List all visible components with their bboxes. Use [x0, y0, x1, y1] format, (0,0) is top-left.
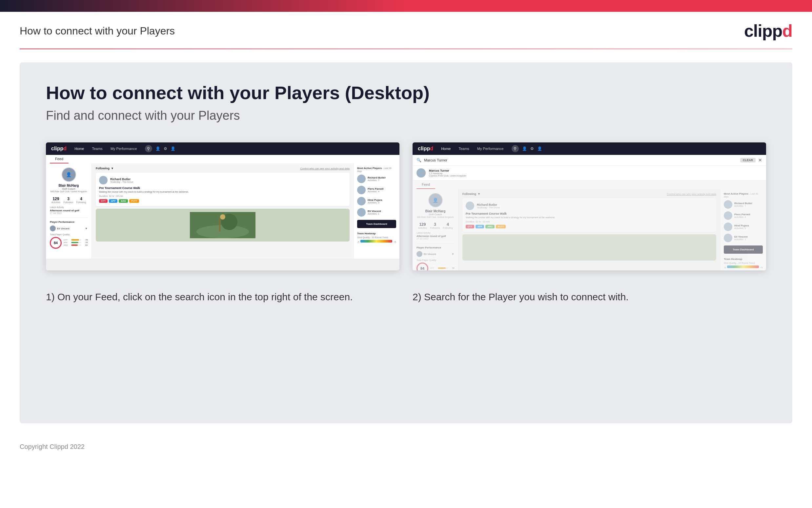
header-divider [20, 49, 792, 49]
player-select-1[interactable]: Eli Vincent ▼ [50, 225, 88, 231]
profile-club-1: Mill Ride Golf Club, United Kingdom [50, 190, 88, 193]
control-link-1[interactable]: Control who can see your activity and da… [300, 167, 349, 170]
search-input-value[interactable]: Marcus Turner [424, 158, 737, 162]
left-panel-1: 👤 Blair McHarg Golf Coach Mill Ride Golf… [46, 163, 92, 259]
profile-name-1: Blair McHarg [50, 184, 88, 187]
nav-right-1: ⚲ 👤 ⚙ 👤 [145, 145, 176, 152]
instruction-text-1: 1) On your Feed, click on the search ico… [46, 290, 399, 304]
heatmap-bar-2 [727, 265, 759, 268]
activity-user-name-2: Richard Butler [477, 203, 500, 206]
player-avatar-piers-2 [724, 211, 732, 220]
activity-desc-2: Walking the course with my coach to buil… [466, 216, 713, 219]
app-nav-2: clippd Home Teams My Performance ⚲ 👤 ⚙ 👤 [413, 142, 766, 155]
team-heatmap-subtitle-1: Shot Quality - 20 Round Trend [357, 236, 396, 239]
stat-bar-ott-1: OTT 79 [64, 239, 88, 241]
tag-putt-1: PUTT [129, 199, 139, 203]
profile-icon-1[interactable]: 👤 [171, 146, 176, 151]
following-btn-label-1: Following [96, 167, 109, 170]
player-avatar-eli-1 [357, 208, 366, 217]
tpq-circle-2: 84 [417, 262, 428, 270]
active-player-item-1-3: Hiral Pujara Activities: 3 [357, 197, 396, 205]
activity-duration-2: Duration 02 hr : 00 min [466, 220, 713, 223]
close-icon[interactable]: ✕ [758, 158, 762, 163]
heatmap-bar-1 [361, 240, 392, 243]
most-active-title-2: Most Active Players - Last 30 days [724, 192, 763, 198]
activity-card-header-1: Richard Butler Yesterday - The Grove [99, 176, 346, 184]
bell-icon-1[interactable]: ⚙ [164, 146, 167, 151]
team-dashboard-btn-1[interactable]: Team Dashboard [357, 220, 396, 228]
activity-card-2: Richard Butler Yesterday - The Grove Pre… [463, 198, 716, 232]
profile-icon-2[interactable]: 👤 [537, 146, 542, 151]
player-perf-section-2: Player Performance Eli Vincent ▼ Total P… [417, 243, 454, 270]
nav-right-2: ⚲ 👤 ⚙ 👤 [512, 145, 542, 152]
player-avatar-richard-2 [724, 200, 732, 209]
active-player-item-2-4: Eli Vincent Activities: 1 [724, 234, 763, 242]
nav-teams-1[interactable]: Teams [92, 147, 102, 151]
search-icon-2[interactable]: ⚲ [512, 145, 519, 152]
team-dashboard-btn-2[interactable]: Team Dashboard [724, 246, 763, 254]
main-content: How to connect with your Players (Deskto… [20, 62, 792, 423]
search-icon-1[interactable]: ⚲ [145, 145, 152, 152]
active-player-item-1-2: Piers Parnell Activities: 4 [357, 186, 396, 194]
search-result-row[interactable]: Marcus Turner 1.5 Handicap Cypress Point… [413, 166, 766, 180]
player-perf-title-2: Player Performance [417, 246, 454, 249]
team-heatmap-title-1: Team Heatmap [357, 232, 396, 235]
player-select-avatar-2 [417, 251, 422, 257]
activity-desc-1: Walking the course with my coach to buil… [99, 190, 346, 193]
latest-activity-name-1: Afternoon round of golf [50, 209, 88, 212]
tag-putt-2: PUTT [496, 225, 506, 228]
left-panel-2: 👤 Blair McHarg Golf Coach Mill Ride Golf… [413, 189, 459, 270]
player-acts-piers-1: Activities: 4 [368, 190, 383, 193]
following-btn-1[interactable]: Following ▼ [96, 167, 114, 170]
people-icon-1[interactable]: 👤 [155, 146, 160, 151]
active-player-item-2-3: Hiral Pujara Activities: 3 [724, 222, 763, 231]
search-bar-icon: 🔍 [417, 158, 421, 162]
latest-activity-label-2: Latest Activity [417, 232, 454, 234]
chevron-icon-2: ▼ [451, 253, 454, 256]
most-active-period-1: - Last 30 days [357, 167, 392, 172]
app-logo-1: clippd [51, 146, 66, 152]
stat-activities-1: 129 [51, 197, 61, 201]
activity-image-2 [463, 234, 716, 261]
nav-myperformance-2[interactable]: My Performance [477, 147, 504, 151]
player-select-name-1: Eli Vincent [57, 227, 69, 230]
people-icon-2[interactable]: 👤 [522, 146, 527, 151]
stat-bar-arg-1: ARG 64 [64, 244, 88, 246]
bell-icon-2[interactable]: ⚙ [530, 146, 534, 151]
player-name-richard-1: Richard Butler [368, 176, 386, 179]
stat-following-2: 4 [443, 222, 453, 227]
profile-avatar-1: 👤 [62, 167, 76, 182]
nav-home-2[interactable]: Home [441, 147, 450, 151]
player-acts-eli-1: Activities: 1 [368, 213, 381, 215]
following-row-1: Following ▼ Control who can see your act… [96, 167, 349, 170]
instructions-row: 1) On your Feed, click on the search ico… [46, 290, 766, 304]
svg-rect-3 [220, 219, 221, 232]
stat-followers-1: 3 [64, 197, 74, 201]
stat-bar-app-1: APP 70 [64, 242, 88, 244]
player-select-name-2: Eli Vincent [424, 253, 436, 256]
main-content-subtitle: Find and connect with your Players [46, 109, 766, 123]
feed-tab-1[interactable]: Feed [50, 155, 68, 163]
player-acts-richard-1: Activities: 7 [368, 179, 386, 181]
activity-meta-1: Yesterday - The Grove [110, 181, 133, 183]
player-avatar-piers-1 [357, 186, 366, 194]
logo: clippd [744, 21, 792, 41]
player-perf-section-1: Player Performance Eli Vincent ▼ Total P… [50, 218, 88, 249]
latest-activity-date-1: 27 Jul 2022 [50, 212, 88, 214]
player-perf-title-1: Player Performance [50, 220, 88, 223]
profile-role-2: Golf Coach [417, 213, 454, 216]
active-player-item-1-1: Richard Butler Activities: 7 [357, 175, 396, 183]
header: How to connect with your Players clippd [0, 12, 812, 49]
following-row-2: Following ▼ Control who can see your act… [463, 192, 716, 196]
nav-myperformance-1[interactable]: My Performance [110, 147, 137, 151]
middle-panel-2: Following ▼ Control who can see your act… [459, 189, 720, 270]
svg-point-4 [220, 214, 225, 219]
stat-bars-1: OTT 79 APP [64, 239, 88, 247]
clear-button[interactable]: CLEAR [740, 158, 756, 162]
nav-home-1[interactable]: Home [75, 147, 84, 151]
player-name-piers-1: Piers Parnell [368, 187, 383, 190]
nav-teams-2[interactable]: Teams [459, 147, 469, 151]
active-player-item-1-4: Eli Vincent Activities: 1 [357, 208, 396, 217]
stat-following-1: 4 [77, 197, 86, 201]
feed-tab-bar-1: Feed [46, 155, 399, 163]
